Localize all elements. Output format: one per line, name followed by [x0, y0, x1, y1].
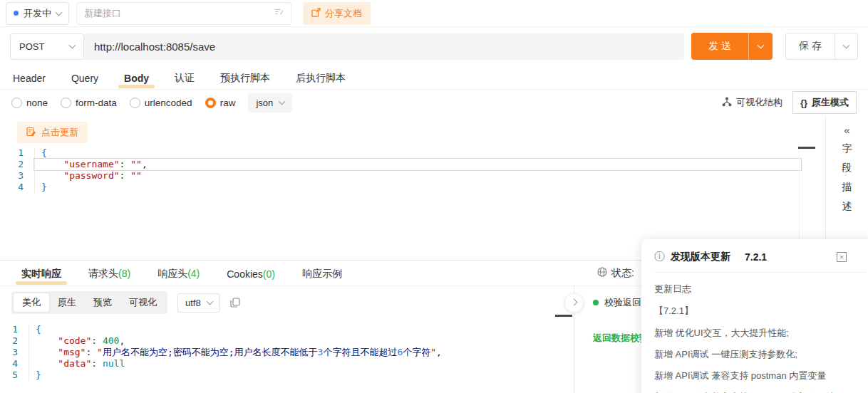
code-token: :	[120, 170, 131, 181]
line-number: 5	[0, 370, 29, 381]
changelog-item: 新增 API调试 一键压测支持参数化;	[654, 348, 865, 362]
save-dropdown-button[interactable]	[835, 33, 857, 59]
tab-label: 实时响应	[21, 268, 61, 279]
field-panel-char: 字	[842, 142, 852, 155]
tab-query[interactable]: Query	[70, 68, 100, 87]
collapse-panel-button[interactable]	[564, 293, 584, 313]
line-number: 4	[0, 182, 34, 193]
url-input[interactable]: http://localhost:8085/save	[84, 33, 684, 60]
code-token: "msg"	[36, 347, 86, 357]
copy-button[interactable]	[230, 298, 240, 308]
code-token: }	[41, 182, 47, 192]
request-tabs: Header Query Body 认证 预执行脚本 后执行脚本	[0, 66, 868, 90]
update-notification-popup: ⓘ 发现版本更新 7.2.1 × 更新日志 【7.2.1】 新增 优化UI交互，…	[641, 239, 868, 393]
radio-urlencoded-label: urlencoded	[145, 98, 192, 108]
changelog-label: 更新日志	[654, 283, 865, 295]
tab-response-headers[interactable]: 响应头(4)	[156, 263, 201, 283]
radio-form-data-label: form-data	[76, 98, 117, 108]
raw-mode-label: 原生模式	[812, 96, 849, 109]
code-line[interactable]: 5 }	[0, 370, 574, 381]
tab-count: (4)	[187, 268, 200, 279]
body-code[interactable]: 1 { 2 "username": "", 3 "password": "" 4…	[0, 147, 825, 193]
notification-version: 7.2.1	[745, 251, 767, 263]
radio-circle-icon	[130, 98, 140, 108]
raw-type-value: json	[256, 98, 273, 108]
collapse-panel-icon[interactable]: «	[844, 124, 849, 136]
code-line[interactable]: 3 "password": ""	[0, 170, 825, 182]
radio-urlencoded[interactable]: urlencoded	[130, 98, 192, 108]
tab-label: 响应头	[157, 268, 187, 279]
code-line[interactable]: 2 "code": 400,	[0, 335, 574, 347]
line-number: 3	[0, 347, 29, 358]
radio-raw[interactable]: raw	[205, 98, 236, 108]
code-token: {	[41, 147, 47, 158]
tab-cookies[interactable]: Cookies(0)	[225, 264, 277, 283]
send-button[interactable]: 发 送	[691, 33, 773, 60]
segment-preview[interactable]: 预览	[85, 293, 120, 312]
api-status-select[interactable]: 开发中	[6, 2, 69, 25]
chevron-down-icon	[206, 298, 213, 305]
tab-pre-script[interactable]: 预执行脚本	[219, 68, 272, 88]
tab-label: Cookies	[227, 268, 263, 280]
raw-mode-button[interactable]: {} 原生模式	[792, 91, 857, 114]
send-label: 发 送	[691, 33, 748, 60]
code-line[interactable]: 1 {	[0, 147, 825, 159]
tab-response-example[interactable]: 响应示例	[301, 263, 343, 283]
code-line-current[interactable]: 2 "username": "",	[0, 159, 825, 170]
radio-selected-icon	[205, 98, 216, 108]
api-name-input[interactable]: 新建接口	[76, 2, 291, 25]
tab-header[interactable]: Header	[11, 68, 47, 87]
code-line[interactable]: 1 {	[0, 324, 574, 335]
request-row: POST http://localhost:8085/save 发 送 保 存	[0, 27, 868, 66]
globe-icon	[597, 267, 607, 279]
raw-type-select[interactable]: json	[248, 93, 292, 112]
notification-title: 发现版本更新	[671, 251, 730, 263]
radio-none-label: none	[26, 98, 48, 108]
segment-beautify[interactable]: 美化	[14, 293, 49, 312]
radio-circle-icon	[11, 98, 22, 108]
tab-post-script[interactable]: 后执行脚本	[294, 68, 347, 88]
share-doc-button[interactable]: 分享文档	[303, 2, 371, 25]
version-tag: 【7.2.1】	[654, 305, 865, 318]
code-token: :	[91, 335, 103, 346]
click-update-button[interactable]: 点击更新	[17, 122, 88, 143]
overview-ruler-mark	[798, 147, 815, 149]
body-editor[interactable]: 点击更新 1 { 2 "username": "", 3 "password":…	[0, 115, 825, 260]
code-token: }	[36, 370, 41, 380]
close-icon[interactable]: ×	[837, 252, 847, 262]
response-toolbar: 美化 原生 预览 可视化 utf8	[0, 286, 574, 318]
code-token: ""	[130, 159, 142, 169]
code-line[interactable]: 4 }	[0, 182, 825, 193]
response-code[interactable]: 1 { 2 "code": 400, 3 "msg": "用户名不能为空;密码不…	[0, 324, 574, 381]
code-token: 个字符且不能超过	[323, 347, 397, 357]
radio-form-data[interactable]: form-data	[61, 98, 117, 108]
code-line[interactable]: 3 "msg": "用户名不能为空;密码不能为空;用户名长度不能低于3个字符且不…	[0, 347, 574, 358]
changelog-item: 新增 API调试 兼容支持 postman 大部分语法， 如 pm.respon…	[654, 391, 865, 393]
top-bar: 开发中 新建接口 分享文档	[0, 0, 868, 27]
line-number: 1	[0, 147, 34, 159]
url-value: http://localhost:8085/save	[94, 41, 215, 53]
code-line[interactable]: 4 "data": null	[0, 358, 574, 370]
send-dropdown-button[interactable]	[748, 33, 773, 60]
segment-visual[interactable]: 可视化	[120, 293, 165, 312]
save-button[interactable]: 保 存	[785, 33, 858, 60]
share-icon	[311, 8, 321, 19]
line-number: 3	[0, 170, 34, 182]
field-panel-char: 描	[842, 181, 852, 194]
status-label: 状态:	[611, 267, 634, 280]
tab-label: 请求头	[88, 268, 118, 279]
tab-request-headers[interactable]: 请求头(8)	[87, 263, 132, 283]
tab-body[interactable]: Body	[123, 68, 150, 87]
segment-raw[interactable]: 原生	[49, 293, 85, 312]
body-mode-row: none form-data urlencoded raw json 可视化结构…	[0, 90, 868, 115]
encoding-select[interactable]: utf8	[177, 293, 220, 313]
method-select[interactable]: POST	[10, 33, 84, 60]
radio-none[interactable]: none	[11, 98, 48, 108]
code-token: 400	[103, 335, 119, 346]
code-token: "password"	[41, 170, 120, 181]
tab-realtime-response[interactable]: 实时响应	[20, 263, 63, 283]
tab-count: (0)	[263, 268, 275, 280]
code-token: :	[86, 347, 97, 357]
tab-auth[interactable]: 认证	[173, 68, 196, 88]
visual-structure-button[interactable]: 可视化结构	[722, 96, 782, 109]
